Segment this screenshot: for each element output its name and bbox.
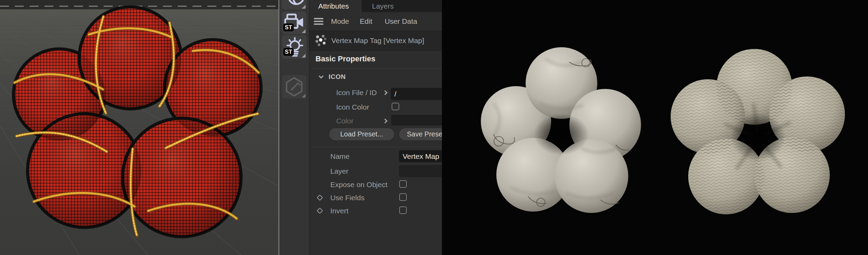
chevron-right-icon[interactable]	[383, 119, 388, 123]
render-view	[442, 0, 868, 255]
icon-file-label: Icon File / ID	[336, 89, 377, 97]
icon-group-title: ICON	[329, 73, 346, 81]
st-badge: ST	[283, 23, 294, 31]
render-cluster-wrinkled	[481, 47, 641, 213]
menu-edit[interactable]: Edit	[360, 17, 372, 26]
save-preset-button[interactable]: Save Preset...	[399, 128, 442, 140]
panel-menu-bar: Mode Edit User Data	[309, 12, 442, 31]
viewport-scene	[0, 0, 278, 255]
object-tool-strip: ST ST ST	[279, 0, 309, 255]
divider	[312, 68, 442, 69]
icon-color-checkbox[interactable]	[392, 103, 399, 110]
name-input[interactable]: Vertex Map	[399, 150, 442, 162]
tag-header: Vertex Map Tag [Vertex Map]	[309, 31, 442, 51]
animation-diamond-icon[interactable]	[317, 194, 323, 201]
load-preset-button[interactable]: Load Preset...	[329, 128, 394, 140]
st-badge: ST	[283, 48, 294, 56]
expose-on-object-label: Expose on Object	[330, 181, 388, 189]
panel-tab-bar: Attributes Layers	[309, 0, 442, 12]
menu-user-data[interactable]: User Data	[385, 17, 417, 26]
menu-mode[interactable]: Mode	[331, 17, 349, 26]
color-dropdown[interactable]	[391, 114, 442, 126]
invert-label: Invert	[330, 207, 349, 215]
hamburger-menu-icon[interactable]	[314, 17, 323, 27]
divider	[312, 147, 442, 147]
vertex-map-tag-icon	[314, 34, 327, 47]
render-flower-knitted	[671, 49, 845, 214]
icon-color-label: Icon Color	[336, 103, 369, 111]
chevron-down-icon	[319, 74, 323, 79]
use-fields-checkbox[interactable]	[399, 193, 407, 201]
layer-input[interactable]	[399, 165, 442, 177]
tag-title: Vertex Map Tag [Vertex Map]	[331, 37, 424, 45]
icon-group-header[interactable]: ICON	[320, 73, 346, 81]
attribute-manager: Attributes Layers Mode Edit User Data Ve…	[309, 0, 442, 255]
light-st-button[interactable]: ST	[282, 35, 307, 59]
section-basic-properties: Basic Properties	[316, 54, 375, 63]
environment-st-button[interactable]: ST	[282, 0, 307, 10]
tab-attributes[interactable]: Attributes	[309, 0, 362, 12]
viewport-3d[interactable]	[0, 0, 278, 255]
edit-mesh-button[interactable]	[282, 75, 307, 99]
icon-file-input[interactable]: /	[391, 88, 442, 100]
animation-diamond-icon[interactable]	[317, 207, 323, 214]
invert-checkbox[interactable]	[399, 206, 407, 214]
expose-on-object-checkbox[interactable]	[399, 180, 407, 188]
rendered-blobs-image	[442, 0, 868, 255]
use-fields-label: Use Fields	[330, 194, 364, 202]
name-label: Name	[330, 152, 350, 161]
layer-label: Layer	[330, 167, 349, 175]
chevron-right-icon[interactable]	[383, 90, 388, 95]
tab-layers[interactable]: Layers	[362, 0, 394, 12]
camera-st-button[interactable]: ST	[282, 11, 307, 34]
color-label: Color	[336, 117, 353, 125]
